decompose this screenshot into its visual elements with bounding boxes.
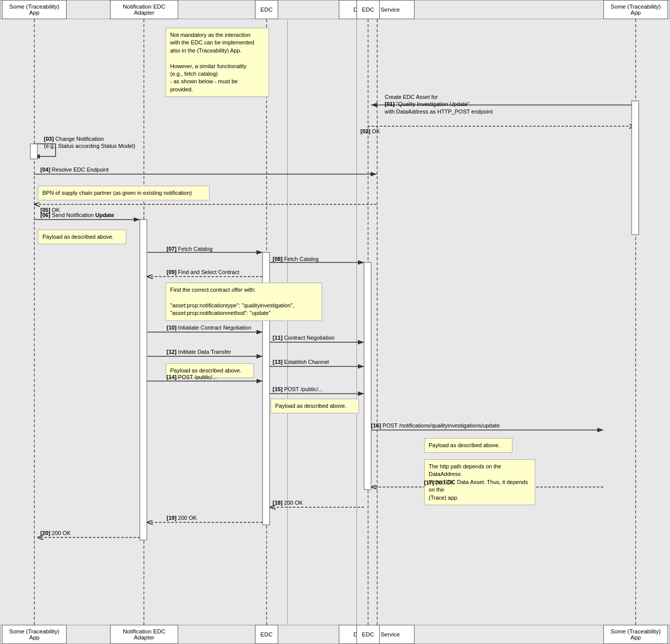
note-bpn: BPN of supply chain partner (as given in… <box>38 186 210 200</box>
note-not-mandatory: Not mandatory as the interactionwith the… <box>166 28 269 97</box>
lifeline-box-edc2-bottom: EDC <box>356 625 380 644</box>
lifeline-box-edc1-bottom: EDC <box>255 625 278 644</box>
lifeline-box-app2-bottom: Some (Traceability) App <box>603 625 668 644</box>
note-payload4: Payload as described above. <box>424 438 512 453</box>
label-02: [02] OK <box>360 128 380 134</box>
lifeline-box-edc2-top: EDC <box>356 0 380 19</box>
diagram-container: Sender Receiver Some (Traceability) App … <box>0 0 670 644</box>
vline-app1 <box>34 19 35 625</box>
lifeline-box-edc-adapter-top: Notification EDC Adapter <box>110 0 178 19</box>
lifeline-box-edc-adapter-bottom: Notification EDC Adapter <box>110 625 178 644</box>
label-17: [17] 200 OK <box>424 479 454 486</box>
vline-edc-adapter <box>143 19 144 625</box>
note-find-contract: Find the correct contract offer with:"as… <box>166 283 322 321</box>
label-14: [14] POST /public/... <box>167 374 217 380</box>
vline-edc2 <box>368 19 369 625</box>
label-11: [11] Contract Negotiation <box>273 335 335 341</box>
vline-discovery <box>377 19 378 625</box>
label-12: [12] Inititate Data Transfer <box>167 349 231 355</box>
lifeline-box-edc1-top: EDC <box>255 0 278 19</box>
label-15: [15] POST /public/... <box>273 386 323 392</box>
note-payload3: Payload as described above. <box>271 399 359 413</box>
label-16: [16] POST /notifications/qualityinvestig… <box>371 422 500 428</box>
label-08: [08] Fetch Catalog <box>273 256 319 262</box>
label-13: [13] Establish Channel <box>273 359 329 365</box>
label-10: [10] Intiatiate Contract Negotiation <box>167 325 251 331</box>
label-04: [04] Resolve EDC Endpoint <box>40 167 109 173</box>
note-payload1: Payload as described above. <box>38 230 126 244</box>
arrows-svg <box>0 0 670 644</box>
lifeline-box-app2-top: Some (Traceability) App <box>603 0 668 19</box>
vline-app2 <box>635 19 636 625</box>
label-01: Create EDC Asset for[01] "Quality Invest… <box>385 93 493 115</box>
label-18: [18] 200 OK <box>273 500 303 506</box>
label-19: [19] 200 OK <box>167 515 197 521</box>
label-06: [06] Send Notification Update <box>40 212 114 218</box>
vline-edc1 <box>266 19 267 625</box>
label-09: [09] Find and Select Contract <box>167 269 239 275</box>
label-07: [07] Fetch Catalog <box>167 246 213 252</box>
lifeline-box-app1-top: Some (Traceability) App <box>2 0 67 19</box>
lifeline-box-app1-bottom: Some (Traceability) App <box>2 625 67 644</box>
label-20: [20] 200 OK <box>40 530 71 536</box>
label-03: [03] Change Notification(e.g., Status ac… <box>44 135 135 150</box>
